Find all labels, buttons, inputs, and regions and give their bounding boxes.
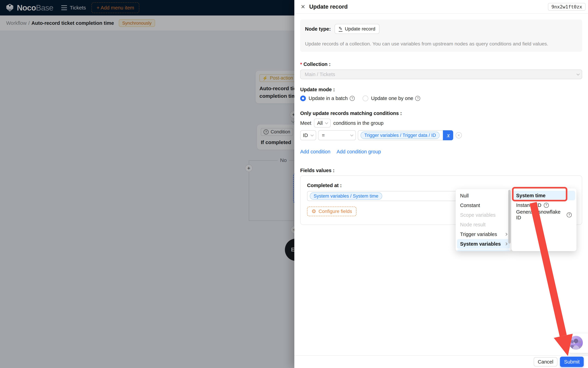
meet-row: Meet All conditions in the group (300, 119, 582, 128)
meet-select-value: All (317, 120, 323, 126)
chevron-down-icon (577, 72, 579, 75)
node-type-button[interactable]: ✎ Update record (334, 24, 379, 34)
meet-prefix: Meet (300, 120, 311, 126)
menu-item-scope-variables: Scope variables (457, 210, 510, 220)
node-type-button-label: Update record (345, 26, 375, 32)
update-mode-label-row: Update mode : (300, 87, 582, 92)
collection-label: Collection : (303, 61, 331, 67)
avatar[interactable] (569, 336, 583, 350)
condition-links: Add condition Add condition group (300, 149, 582, 155)
collection-select-value: Main / Tickets (305, 72, 335, 77)
chevron-right-icon (505, 233, 508, 236)
collection-select[interactable]: Main / Tickets (300, 70, 582, 79)
menu-item-partial (457, 249, 510, 251)
fields-values-label: Fields values : (300, 168, 334, 173)
condition-field-value: ID (303, 133, 308, 138)
submenu-item-system-time[interactable]: System time (513, 191, 575, 200)
meet-suffix: conditions in the group (333, 120, 384, 126)
menu-item-node-result: Node result (457, 220, 510, 230)
condition-row: ID = Trigger variables / Trigger data / … (300, 130, 582, 140)
node-type-description: Update records of a collection. You can … (305, 41, 577, 47)
chevron-down-icon (325, 121, 328, 124)
collection-label-row: * Collection : (300, 61, 582, 67)
system-variables-submenu: System time Instance ID ? Generate snowf… (511, 188, 577, 251)
conditions-label: Only update records matching conditions … (300, 110, 402, 116)
variable-menu: Null Constant Scope variables Node resul… (456, 189, 511, 251)
menu-item-constant[interactable]: Constant (457, 201, 510, 210)
completed-at-label: Completed at : (307, 183, 342, 188)
update-mode-label: Update mode : (300, 87, 335, 92)
condition-variable-input[interactable]: Trigger variables / Trigger data / ID (358, 130, 443, 140)
submenu-item-instance-id[interactable]: Instance ID ? (513, 200, 575, 210)
drawer-title: Update record (309, 3, 348, 10)
menu-scrollbar[interactable] (508, 190, 511, 244)
menu-item-system-variables[interactable]: System variables (457, 239, 510, 249)
required-asterisk: * (300, 62, 302, 67)
help-icon[interactable]: ? (350, 96, 355, 101)
update-record-drawer: × Update record 9nx2w1ft0zx Node type: ✎… (294, 0, 588, 368)
add-condition-group-link[interactable]: Add condition group (337, 149, 381, 155)
drawer-body: Node type: ✎ Update record Update record… (294, 14, 588, 355)
menu-item-trigger-variables[interactable]: Trigger variables (457, 230, 510, 239)
variable-picker-button[interactable]: x (443, 130, 453, 140)
update-mode-radio-group: Update in a batch ? Update one by one ? (300, 95, 582, 101)
drawer-header: × Update record 9nx2w1ft0zx (294, 0, 588, 14)
radio-update-one-by-one-label: Update one by one (371, 95, 413, 101)
chevron-down-icon (350, 133, 353, 136)
avatar-container[interactable] (566, 334, 588, 353)
screen: NocoBase Tickets + Add menu item Workflo… (0, 0, 588, 368)
close-icon[interactable]: × (301, 3, 305, 10)
completed-at-variable-tag[interactable]: System variables / System time (310, 193, 382, 200)
menu-item-null[interactable]: Null (457, 191, 510, 201)
submenu-item-generate-snowflake-id[interactable]: Generate snowflake ID ? (513, 210, 575, 220)
cancel-button[interactable]: Cancel (534, 357, 557, 367)
node-type-label: Node type: (305, 26, 331, 32)
edit-icon: ✎ (339, 26, 342, 32)
condition-operator-select[interactable]: = (318, 130, 356, 140)
help-icon[interactable]: ? (567, 212, 572, 217)
condition-variable-tag[interactable]: Trigger variables / Trigger data / ID (360, 132, 440, 139)
radio-update-in-batch-label: Update in a batch (309, 95, 348, 101)
submit-button[interactable]: Submit (560, 357, 584, 367)
condition-operator-value: = (322, 133, 325, 138)
remove-condition-icon[interactable]: × (456, 132, 462, 138)
help-icon[interactable]: ? (415, 96, 420, 101)
meet-select[interactable]: All (314, 119, 330, 128)
drawer-footer: Cancel Submit (294, 355, 588, 368)
chevron-down-icon (310, 133, 314, 136)
radio-update-one-by-one[interactable] (363, 95, 368, 101)
configure-fields-label: Configure fields (319, 209, 352, 214)
configure-fields-button[interactable]: ⚙ Configure fields (307, 207, 356, 216)
fields-values-label-row: Fields values : (300, 168, 582, 173)
gear-icon: ⚙ (312, 209, 316, 214)
condition-field-select[interactable]: ID (300, 130, 316, 140)
conditions-label-row: Only update records matching conditions … (300, 110, 582, 116)
add-condition-link[interactable]: Add condition (300, 149, 330, 155)
node-id-badge: 9nx2w1ft0zx (548, 3, 586, 11)
node-type-panel: Node type: ✎ Update record Update record… (300, 19, 582, 52)
chevron-right-icon (505, 242, 508, 245)
help-icon[interactable]: ? (544, 203, 549, 208)
radio-update-in-batch[interactable] (300, 95, 306, 101)
